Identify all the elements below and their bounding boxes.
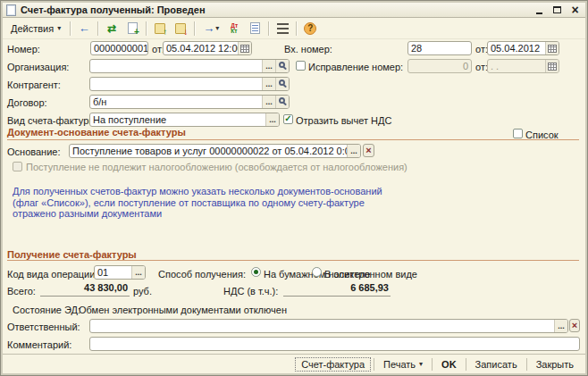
reread-icon: ←: [79, 21, 90, 35]
report-doc-icon: [250, 22, 260, 34]
help-button[interactable]: ?: [300, 20, 320, 38]
contract-label: Договор:: [7, 97, 47, 108]
ellipsis-icon: ...: [265, 99, 273, 105]
structure-list-button[interactable]: [273, 20, 292, 38]
correction-checkbox[interactable]: [296, 61, 306, 71]
number-label: Номер:: [7, 44, 40, 54]
vat-value: 6 685,93: [350, 282, 389, 293]
basis-hint-text: Для полученных счетов-фактур можно указа…: [13, 186, 406, 220]
method-paper-radio[interactable]: [251, 267, 261, 277]
goto-icon: →: [203, 21, 214, 35]
basis-select-button[interactable]: ...: [347, 145, 360, 157]
comment-input[interactable]: [89, 337, 580, 351]
titlebar: Счет-фактура полученный: Проведен ×: [3, 3, 585, 18]
responsible-field[interactable]: ...: [89, 319, 568, 333]
clear-icon: ×: [572, 321, 577, 330]
goto-button[interactable]: → ▾: [198, 20, 223, 38]
ellipsis-icon: ...: [135, 270, 142, 276]
method-label: Способ получения:: [158, 269, 246, 280]
print-button[interactable]: Печать ▾: [377, 357, 429, 372]
ok-button[interactable]: OK: [435, 357, 463, 372]
maximize-icon[interactable]: [550, 4, 564, 16]
invoice-type-label: Вид счета-фактуры:: [7, 115, 98, 126]
number-date-input[interactable]: 05.04.2012 12:00:00: [163, 41, 252, 55]
contract-open-button[interactable]: [275, 96, 289, 108]
in-number-date-calendar-button[interactable]: [545, 42, 559, 54]
unpost-icon: ↓: [175, 23, 186, 34]
post-icon: ↑: [155, 23, 165, 34]
actions-button[interactable]: Действия ▾: [5, 21, 66, 37]
counterparty-field[interactable]: ...: [89, 77, 290, 91]
receive-section-divider: [7, 260, 579, 261]
responsible-label: Ответственный:: [7, 322, 80, 332]
refresh-button[interactable]: ⇄: [102, 20, 122, 38]
counterparty-value: [90, 78, 262, 90]
dropdown-arrow-icon: ▾: [215, 24, 219, 32]
responsible-select-button[interactable]: ...: [554, 320, 567, 332]
responsible-clear-button[interactable]: ×: [569, 319, 580, 332]
reflect-vat-checkbox[interactable]: ✓: [283, 114, 293, 124]
toolbar-separator: [97, 21, 98, 36]
post-button[interactable]: ↑: [150, 20, 170, 38]
calendar-icon: [548, 45, 557, 53]
close-button[interactable]: Закрыть: [530, 357, 580, 372]
footer-buttons-bar: Счет-фактура Печать ▾ OK Записать Закрыт…: [3, 354, 585, 373]
number-date-calendar-button[interactable]: [238, 42, 251, 54]
basis-clear-button[interactable]: ×: [363, 144, 374, 157]
ellipsis-icon: ...: [558, 323, 565, 330]
organization-field[interactable]: ...: [89, 59, 290, 73]
dtkt-button[interactable]: Дт Кт: [224, 20, 244, 38]
in-number-input[interactable]: 28: [407, 41, 472, 55]
contract-select-button[interactable]: ...: [262, 96, 275, 108]
calendar-icon: [548, 63, 557, 71]
organization-open-button[interactable]: [275, 60, 289, 72]
toolbar-separator: [70, 21, 71, 36]
toolbar: Действия ▾ ← ⇄ + ↑ ↓ → ▾ Дт Кт: [3, 18, 585, 39]
op-code-field[interactable]: 01 ...: [94, 265, 146, 280]
dropdown-arrow-icon: ▾: [57, 24, 61, 32]
counterparty-open-button[interactable]: [275, 78, 289, 90]
in-number-date-input[interactable]: 05.04.2012: [487, 41, 559, 55]
contract-field[interactable]: б/н ...: [89, 95, 290, 109]
total-value: 43 830,00: [84, 282, 128, 293]
counterparty-select-button[interactable]: ...: [262, 78, 275, 90]
comment-value: [90, 338, 579, 350]
ellipsis-icon: ...: [265, 81, 273, 88]
footer-separator: [526, 358, 527, 371]
counterparty-label: Контрагент:: [7, 79, 61, 90]
correction-from-label: от:: [475, 62, 488, 72]
organization-select-button[interactable]: ...: [262, 60, 275, 72]
unpost-button[interactable]: ↓: [171, 20, 190, 38]
number-input[interactable]: 00000000011: [90, 41, 148, 55]
basis-field[interactable]: Поступление товаров и услуг 00000000022 …: [69, 144, 361, 158]
total-input[interactable]: 43 830,00: [40, 282, 130, 297]
tax-free-label: Поступление не подлежит налогообложению …: [26, 162, 407, 172]
invoice-type-select-button[interactable]: ...: [265, 113, 279, 126]
copy-add-button[interactable]: +: [122, 20, 142, 38]
reflect-vat-label: Отразить вычет НДС: [296, 115, 391, 126]
ed-state-label: Состояние ЭД:: [13, 305, 80, 315]
vat-input[interactable]: 6 685,93: [283, 282, 391, 297]
reread-button[interactable]: ←: [74, 20, 94, 38]
op-code-select-button[interactable]: ...: [131, 266, 145, 279]
correction-date-input: . .: [487, 59, 559, 73]
refresh-icon: ⇄: [107, 22, 116, 35]
close-icon[interactable]: ×: [568, 4, 582, 16]
method-electronic-radio[interactable]: [312, 267, 322, 277]
invoice-type-field[interactable]: На поступление ...: [89, 113, 280, 127]
op-code-value: 01: [95, 266, 131, 279]
magnifier-icon: [279, 79, 285, 86]
footer-separator: [374, 358, 374, 371]
list-checkbox[interactable]: [513, 129, 523, 138]
in-number-date-value: 05.04.2012: [488, 42, 545, 54]
structure-list-icon: [277, 23, 289, 34]
clear-icon: ×: [365, 146, 371, 155]
correction-date-calendar-button: [545, 60, 559, 72]
save-button[interactable]: Записать: [469, 357, 524, 372]
currency-label: руб.: [133, 286, 152, 297]
report-doc-button[interactable]: [245, 20, 265, 38]
minimize-icon[interactable]: [533, 4, 546, 16]
basis-section-title: Документ-основание счета-фактуры: [7, 127, 186, 138]
contract-value: б/н: [90, 96, 262, 108]
invoice-button[interactable]: Счет-фактура: [295, 357, 371, 372]
